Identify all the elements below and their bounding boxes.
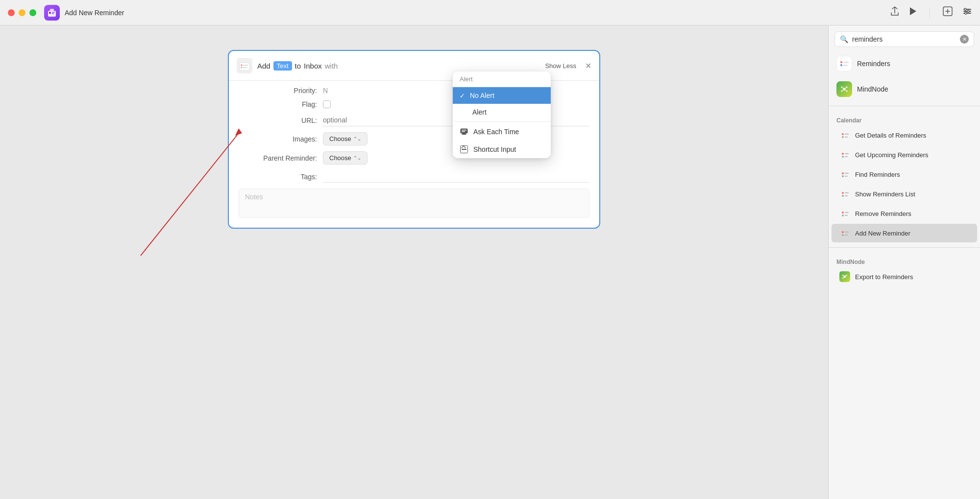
- alert-dropdown: Alert ✓ No Alert Alert: [453, 71, 551, 158]
- sidebar-divider-1: [829, 106, 980, 106]
- card-header-text: Add Text to Inbox with: [257, 61, 540, 71]
- search-icon: 🔍: [840, 35, 848, 43]
- close-card-button[interactable]: ✕: [585, 61, 591, 71]
- svg-point-24: [840, 61, 842, 63]
- center-area: Add Text to Inbox with Show Less ✕ Prior…: [0, 25, 828, 499]
- close-traffic-light[interactable]: [8, 9, 15, 16]
- add-label: Add: [257, 62, 270, 70]
- notes-placeholder: Notes: [245, 193, 263, 201]
- svg-point-57: [842, 231, 844, 233]
- checkmark-icon: ✓: [460, 92, 465, 99]
- export-to-reminders-label: Export to Reminders: [855, 273, 913, 281]
- sidebar-divider-2: [829, 247, 980, 248]
- svg-rect-52: [845, 195, 848, 196]
- svg-point-47: [842, 175, 844, 177]
- reminders-label: Reminders: [857, 60, 890, 68]
- sidebar-item-export-to-reminders[interactable]: Export to Reminders: [832, 267, 977, 286]
- add-reminder-action-icon: [839, 228, 850, 238]
- find-reminders-label: Find Reminders: [855, 171, 900, 178]
- svg-point-59: [842, 234, 844, 236]
- svg-rect-3: [52, 12, 55, 13]
- sidebar-item-find-reminders[interactable]: Find Reminders: [832, 165, 977, 184]
- svg-rect-17: [461, 129, 468, 134]
- flag-label: Flag:: [239, 100, 317, 108]
- dropdown-divider: [453, 121, 551, 122]
- svg-point-9: [964, 8, 966, 10]
- svg-rect-19: [462, 131, 465, 132]
- settings-button[interactable]: [962, 6, 972, 19]
- tags-input[interactable]: [323, 170, 589, 183]
- svg-point-49: [842, 192, 844, 194]
- dropdown-item-alert[interactable]: Alert: [453, 104, 551, 120]
- chevron-up-down-icon: ⌃⌄: [353, 136, 361, 142]
- show-less-button[interactable]: Show Less: [545, 62, 576, 70]
- search-input[interactable]: [852, 35, 956, 43]
- svg-rect-12: [240, 63, 249, 71]
- shortcut-card: Add Text to Inbox with Show Less ✕ Prior…: [228, 50, 600, 229]
- get-details-label: Get Details of Reminders: [855, 132, 926, 139]
- add-button[interactable]: [943, 6, 953, 19]
- notes-area[interactable]: Notes: [239, 189, 589, 218]
- titlebar: Add New Reminder: [0, 0, 980, 25]
- mindnode-section-label: MindNode: [829, 252, 980, 267]
- svg-point-53: [842, 212, 844, 214]
- svg-point-51: [842, 195, 844, 197]
- svg-point-45: [842, 172, 844, 174]
- svg-point-39: [842, 136, 844, 138]
- tags-row: Tags:: [239, 170, 589, 183]
- sidebar-item-get-details[interactable]: Get Details of Reminders: [832, 126, 977, 144]
- svg-point-26: [840, 64, 842, 66]
- maximize-traffic-light[interactable]: [29, 9, 36, 16]
- dropdown-item-ask-each-time[interactable]: Ask Each Time: [453, 123, 551, 141]
- svg-rect-2: [49, 12, 51, 14]
- svg-rect-50: [845, 192, 849, 193]
- find-action-icon: [839, 169, 850, 180]
- text-badge: Text: [273, 61, 292, 71]
- sidebar-item-add-new-reminder[interactable]: Add New Reminder: [832, 224, 977, 242]
- sidebar-app-reminders[interactable]: Reminders: [829, 51, 980, 76]
- svg-rect-27: [843, 65, 848, 66]
- svg-rect-60: [845, 235, 848, 236]
- card-app-icon: [237, 58, 252, 73]
- svg-point-55: [842, 214, 844, 216]
- flag-checkbox[interactable]: [323, 100, 331, 108]
- svg-rect-4: [52, 13, 54, 14]
- show-list-label: Show Reminders List: [855, 190, 915, 198]
- export-reminders-icon: [839, 271, 850, 282]
- sidebar-item-get-upcoming[interactable]: Get Upcoming Reminders: [832, 145, 977, 164]
- svg-rect-18: [462, 130, 466, 131]
- sidebar-app-mindnode[interactable]: MindNode: [829, 76, 980, 102]
- share-button[interactable]: [890, 6, 899, 19]
- run-button[interactable]: [909, 7, 917, 18]
- svg-rect-16: [243, 68, 247, 69]
- window-title: Add New Reminder: [65, 9, 124, 17]
- svg-rect-46: [845, 173, 849, 174]
- minimize-traffic-light[interactable]: [19, 9, 25, 16]
- svg-rect-44: [845, 156, 848, 157]
- svg-rect-21: [462, 149, 466, 150]
- sidebar-item-remove-reminders[interactable]: Remove Reminders: [832, 204, 977, 223]
- svg-point-13: [241, 65, 243, 66]
- svg-rect-56: [845, 215, 848, 216]
- inbox-label: Inbox: [304, 62, 322, 70]
- svg-point-10: [967, 10, 969, 12]
- clear-search-button[interactable]: ✕: [960, 35, 969, 44]
- images-choose-button[interactable]: Choose ⌃⌄: [323, 132, 368, 145]
- svg-point-37: [842, 133, 844, 135]
- priority-label: Priority:: [239, 87, 317, 95]
- parent-choose-button[interactable]: Choose ⌃⌄: [323, 151, 368, 165]
- titlebar-action-buttons: [890, 6, 972, 19]
- svg-line-22: [141, 133, 239, 256]
- reminders-action-icon: [839, 130, 850, 141]
- dropdown-item-no-alert[interactable]: ✓ No Alert: [453, 87, 551, 104]
- dropdown-item-shortcut-input[interactable]: Shortcut Input: [453, 141, 551, 158]
- upcoming-action-icon: [839, 149, 850, 160]
- svg-rect-54: [845, 212, 849, 213]
- svg-rect-14: [243, 65, 248, 66]
- svg-rect-38: [845, 134, 849, 135]
- search-bar: 🔍 ✕: [834, 31, 974, 47]
- mindnode-app-icon: [836, 81, 852, 97]
- sidebar-item-show-list[interactable]: Show Reminders List: [832, 185, 977, 203]
- parent-label: Parent Reminder:: [239, 154, 317, 162]
- svg-point-43: [842, 156, 844, 158]
